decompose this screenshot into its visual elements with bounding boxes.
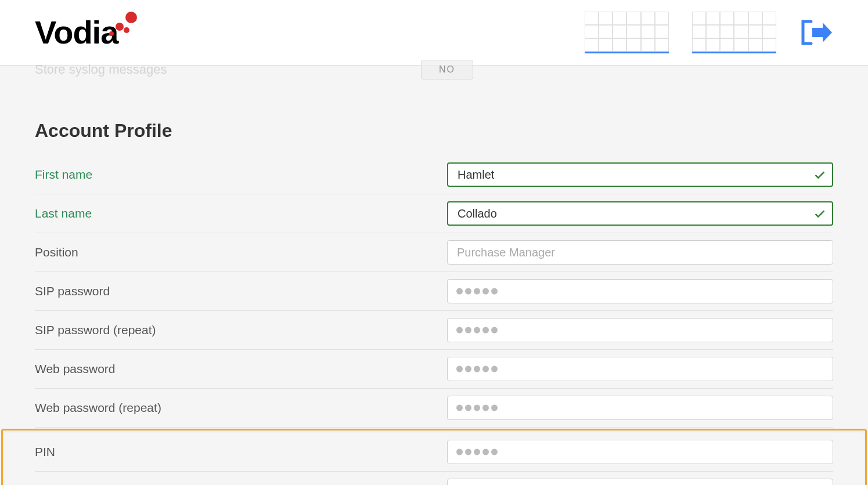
logout-icon[interactable] [799,18,833,47]
last-name-input[interactable] [447,201,833,226]
sip-password-repeat-input[interactable] [447,318,833,342]
first-name-input[interactable] [447,162,833,187]
section-title-account-profile: Account Profile [35,120,833,142]
input-wrap-sip-password-repeat [447,318,833,342]
label-last-name: Last name [35,207,447,220]
label-pin: PIN [35,445,447,459]
input-wrap-web-password [447,357,833,381]
pin-repeat-input[interactable] [447,479,833,485]
syslog-toggle[interactable]: NO [421,60,473,79]
row-web-password-repeat: Web password (repeat) [35,389,833,428]
row-sip-password-repeat: SIP password (repeat) [35,311,833,350]
label-web-password: Web password [35,362,447,376]
content-area: Store syslog messages NO Account Profile… [0,60,868,485]
row-last-name: Last name [35,194,833,233]
row-position: Position [35,233,833,272]
label-sip-password-repeat: SIP password (repeat) [35,323,447,337]
label-sip-password: SIP password [35,284,447,298]
partial-row-syslog: Store syslog messages NO [35,60,833,90]
input-wrap-first-name [447,162,833,187]
check-icon [813,168,826,181]
input-wrap-pin [447,440,833,464]
svg-point-3 [124,27,129,33]
input-wrap-sip-password [447,279,833,303]
label-position: Position [35,245,447,259]
header-right [585,12,833,53]
label-web-password-repeat: Web password (repeat) [35,401,447,415]
web-password-repeat-input[interactable] [447,396,833,420]
svg-point-2 [109,31,114,36]
syslog-label: Store syslog messages [35,62,167,77]
pin-highlight-box: PIN PIN (repeat) [1,429,867,485]
logo: Vodia [35,16,118,49]
position-input[interactable] [447,240,833,265]
svg-point-1 [116,23,124,31]
check-icon [813,207,826,220]
input-wrap-pin-repeat [447,479,833,485]
logo-dots-icon [109,12,137,37]
sip-password-input[interactable] [447,279,833,303]
input-wrap-position [447,240,833,265]
pin-input[interactable] [447,440,833,464]
row-sip-password: SIP password [35,272,833,311]
row-web-password: Web password [35,350,833,389]
row-pin-repeat: PIN (repeat) [35,472,833,485]
logo-text: Vodia [35,16,118,49]
toggle-value: NO [439,64,455,75]
row-first-name: First name [35,155,833,194]
calendar-widget-1[interactable] [585,12,669,53]
web-password-input[interactable] [447,357,833,381]
app-header: Vodia [0,0,868,66]
row-pin: PIN [35,433,833,472]
input-wrap-web-password-repeat [447,396,833,420]
svg-point-0 [125,12,137,23]
input-wrap-last-name [447,201,833,226]
label-first-name: First name [35,168,447,182]
calendar-widget-2[interactable] [692,12,776,53]
